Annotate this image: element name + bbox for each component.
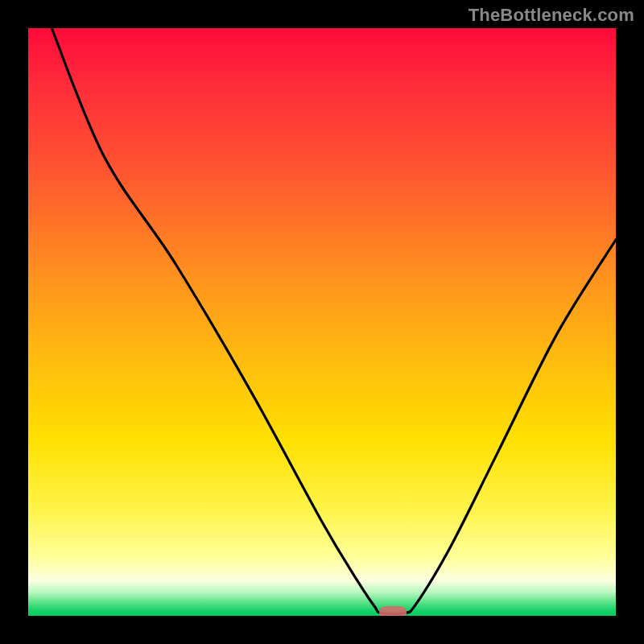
plot-area xyxy=(28,28,616,616)
chart-frame: TheBottleneck.com xyxy=(0,0,644,644)
watermark-text: TheBottleneck.com xyxy=(469,5,634,26)
bottleneck-curve xyxy=(28,28,616,616)
optimum-marker xyxy=(379,606,407,616)
